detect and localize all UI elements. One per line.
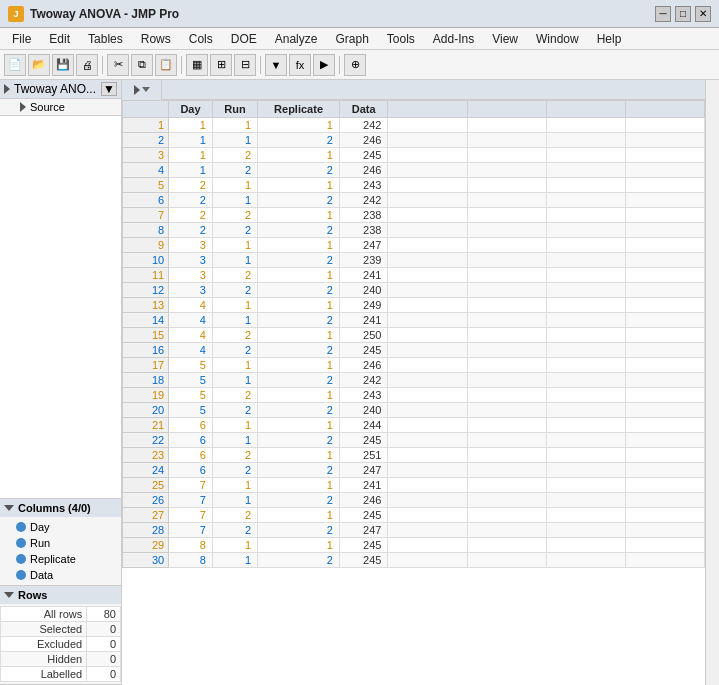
cell-empty: [625, 118, 704, 133]
toolbar-new[interactable]: 📄: [4, 54, 26, 76]
cell-empty: [388, 178, 467, 193]
source-item[interactable]: Source: [0, 99, 121, 115]
cell-empty: [467, 328, 546, 343]
cell-day: 6: [169, 418, 213, 433]
menu-item-edit[interactable]: Edit: [41, 30, 78, 48]
cell-data: 240: [339, 283, 388, 298]
col-item-replicate[interactable]: Replicate: [0, 551, 121, 567]
menu-item-tools[interactable]: Tools: [379, 30, 423, 48]
columns-header[interactable]: Columns (4/0): [0, 499, 121, 517]
table-row: 24622247: [123, 463, 705, 478]
columns-list: Day Run Replicate Data: [0, 517, 121, 585]
cell-empty: [546, 463, 625, 478]
cell-empty: [467, 538, 546, 553]
menu-item-view[interactable]: View: [484, 30, 526, 48]
right-scrollbar[interactable]: [705, 80, 719, 685]
twoway-collapse-icon[interactable]: [4, 84, 10, 94]
toolbar-print[interactable]: 🖨: [76, 54, 98, 76]
menu-item-window[interactable]: Window: [528, 30, 587, 48]
cell-empty: [546, 508, 625, 523]
cell-empty: [388, 238, 467, 253]
source-expand-icon[interactable]: [20, 102, 26, 112]
cell-empty: [467, 193, 546, 208]
toolbar-datatable[interactable]: ▦: [186, 54, 208, 76]
cell-replicate: 1: [258, 358, 340, 373]
cell-replicate: 1: [258, 448, 340, 463]
toolbar-open[interactable]: 📂: [28, 54, 50, 76]
twoway-header[interactable]: Twoway ANO... ▼: [0, 80, 121, 99]
col-header-replicate[interactable]: Replicate: [258, 101, 340, 118]
cell-replicate: 2: [258, 313, 340, 328]
table-row: 30812245: [123, 553, 705, 568]
cell-empty: [388, 193, 467, 208]
toolbar-filter[interactable]: ▼: [265, 54, 287, 76]
toolbar-extra[interactable]: ⊕: [344, 54, 366, 76]
col-icon-replicate: [16, 554, 26, 564]
col-header-day[interactable]: Day: [169, 101, 213, 118]
menu-item-doe[interactable]: DOE: [223, 30, 265, 48]
menu-item-add-ins[interactable]: Add-Ins: [425, 30, 482, 48]
cell-data: 245: [339, 343, 388, 358]
row-number-header: [123, 101, 169, 118]
toolbar-grid[interactable]: ⊞: [210, 54, 232, 76]
menu-item-help[interactable]: Help: [589, 30, 630, 48]
table-row: 15421250: [123, 328, 705, 343]
col-header-empty1: [388, 101, 467, 118]
cell-run: 2: [212, 268, 257, 283]
cell-day: 5: [169, 388, 213, 403]
cell-empty: [546, 538, 625, 553]
cell-data: 247: [339, 238, 388, 253]
cell-replicate: 1: [258, 388, 340, 403]
row-number: 17: [123, 358, 169, 373]
row-number: 4: [123, 163, 169, 178]
col-item-run[interactable]: Run: [0, 535, 121, 551]
table-row: 23621251: [123, 448, 705, 463]
cell-replicate: 1: [258, 328, 340, 343]
cell-replicate: 2: [258, 283, 340, 298]
menu-item-file[interactable]: File: [4, 30, 39, 48]
col-header-data[interactable]: Data: [339, 101, 388, 118]
close-button[interactable]: ✕: [695, 6, 711, 22]
cell-empty: [388, 343, 467, 358]
cell-empty: [467, 313, 546, 328]
cell-replicate: 2: [258, 133, 340, 148]
menu-item-cols[interactable]: Cols: [181, 30, 221, 48]
col-header-run[interactable]: Run: [212, 101, 257, 118]
twoway-scroll-btn[interactable]: ▼: [101, 82, 117, 96]
cell-empty: [546, 238, 625, 253]
cell-data: 241: [339, 313, 388, 328]
minimize-button[interactable]: ─: [655, 6, 671, 22]
cell-data: 247: [339, 463, 388, 478]
row-number: 8: [123, 223, 169, 238]
row-number: 26: [123, 493, 169, 508]
rows-header[interactable]: Rows: [0, 586, 121, 604]
columns-collapse-icon[interactable]: [4, 505, 14, 511]
toolbar-paste[interactable]: 📋: [155, 54, 177, 76]
menu-item-rows[interactable]: Rows: [133, 30, 179, 48]
toolbar-grid2[interactable]: ⊟: [234, 54, 256, 76]
toolbar-save[interactable]: 💾: [52, 54, 74, 76]
rows-collapse-icon[interactable]: [4, 592, 14, 598]
cell-replicate: 2: [258, 163, 340, 178]
main-layout: Twoway ANO... ▼ Source Columns (4/0) Day: [0, 80, 719, 685]
menu-item-analyze[interactable]: Analyze: [267, 30, 326, 48]
cell-empty: [625, 253, 704, 268]
toolbar-run[interactable]: ▶: [313, 54, 335, 76]
col-item-day[interactable]: Day: [0, 519, 121, 535]
cell-run: 2: [212, 208, 257, 223]
row-number: 9: [123, 238, 169, 253]
toolbar-copy[interactable]: ⧉: [131, 54, 153, 76]
cell-replicate: 1: [258, 148, 340, 163]
col-item-data[interactable]: Data: [0, 567, 121, 583]
cell-data: 243: [339, 388, 388, 403]
menu-item-tables[interactable]: Tables: [80, 30, 131, 48]
toolbar-formula[interactable]: fx: [289, 54, 311, 76]
toolbar-cut[interactable]: ✂: [107, 54, 129, 76]
menu-item-graph[interactable]: Graph: [327, 30, 376, 48]
filter-icon[interactable]: [142, 87, 150, 92]
cell-empty: [625, 223, 704, 238]
data-table-container[interactable]: Day Run Replicate Data 11112422112246312…: [122, 100, 705, 685]
window-controls[interactable]: ─ □ ✕: [655, 6, 711, 22]
maximize-button[interactable]: □: [675, 6, 691, 22]
cell-replicate: 2: [258, 403, 340, 418]
